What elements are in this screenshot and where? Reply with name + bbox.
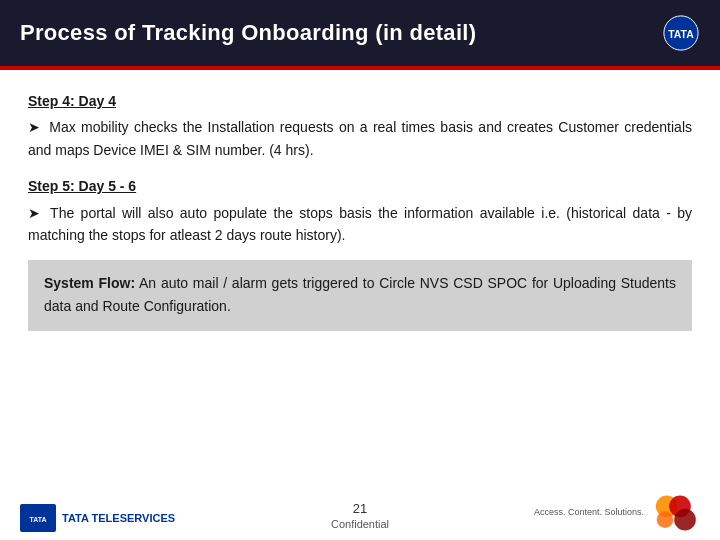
- header: Process of Tracking Onboarding (in detai…: [0, 0, 720, 66]
- footer-left-logo: TATA TATA TELESERVICES: [20, 504, 175, 532]
- svg-text:TATA: TATA: [668, 29, 694, 40]
- main-content: Step 4: Day 4 ➤ Max mobility checks the …: [0, 70, 720, 495]
- confidential-label: Confidential: [331, 518, 389, 530]
- tata-ts-label: TATA TELESERVICES: [62, 512, 175, 524]
- footer-right-logo: Access. Content. Solutions.: [534, 492, 700, 534]
- svg-point-7: [657, 511, 674, 528]
- page-number: 21: [353, 501, 367, 516]
- footer-circles-icon: [650, 492, 700, 534]
- tata-teleservices-logo: TATA TATA TELESERVICES: [20, 504, 175, 532]
- step4-block: Step 4: Day 4 ➤ Max mobility checks the …: [28, 90, 692, 161]
- page-title: Process of Tracking Onboarding (in detai…: [20, 20, 476, 46]
- system-flow-body: An auto mail / alarm gets triggered to C…: [44, 275, 676, 314]
- svg-point-6: [674, 509, 696, 531]
- tata-ts-logo-icon: TATA: [20, 504, 56, 532]
- company-name: TATA TELESERVICES: [62, 512, 175, 524]
- step4-arrow: ➤: [28, 119, 40, 135]
- tata-logo: TATA: [662, 14, 700, 52]
- svg-text:TATA: TATA: [29, 516, 46, 523]
- step5-body: The portal will also auto populate the s…: [28, 205, 692, 243]
- step5-title: Step 5: Day 5 - 6: [28, 175, 692, 197]
- tata-logo-icon: TATA: [662, 14, 700, 52]
- access-text: Access. Content. Solutions.: [534, 507, 644, 519]
- step4-title: Step 4: Day 4: [28, 90, 692, 112]
- step4-body: Max mobility checks the Installation req…: [28, 119, 692, 157]
- system-flow-label: System Flow:: [44, 275, 135, 291]
- page: Process of Tracking Onboarding (in detai…: [0, 0, 720, 540]
- step5-block: Step 5: Day 5 - 6 ➤ The portal will also…: [28, 175, 692, 246]
- footer: 21 Confidential TATA TATA TELESERVICES A…: [0, 495, 720, 540]
- system-flow-block: System Flow: An auto mail / alarm gets t…: [28, 260, 692, 330]
- step5-arrow: ➤: [28, 205, 40, 221]
